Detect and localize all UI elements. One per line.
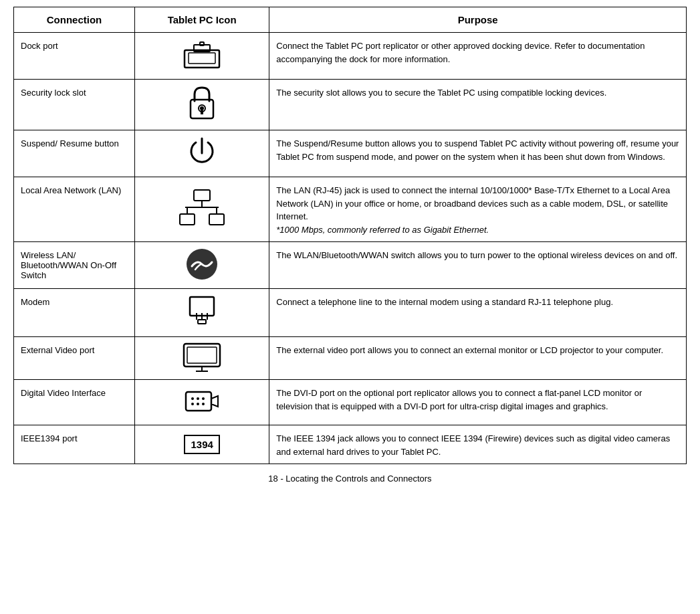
purpose-cell: The security slot allows you to secure t… xyxy=(269,80,687,130)
purpose-cell: The external video port allows you to co… xyxy=(269,337,687,380)
table-row: Security lock slot The security slot all… xyxy=(14,80,687,130)
connection-cell: Security lock slot xyxy=(14,80,135,130)
icon-cell xyxy=(135,80,269,130)
purpose-cell: The IEEE 1394 jack allows you to connect… xyxy=(269,425,687,464)
table-row: Local Area Network (LAN) The LAN (RJ-45)… xyxy=(14,177,687,242)
connection-cell: IEEE1394 port xyxy=(14,425,135,464)
svg-rect-1 xyxy=(189,53,215,64)
svg-point-7 xyxy=(200,106,204,110)
svg-rect-14 xyxy=(209,214,224,225)
svg-rect-23 xyxy=(187,347,217,363)
svg-rect-17 xyxy=(190,297,214,316)
dvi-icon xyxy=(183,385,221,417)
table-row: Digital Video Interface The DVI-D port o… xyxy=(14,380,687,425)
svg-rect-9 xyxy=(194,190,210,201)
table-row: Modem Connect a telephone line to the in… xyxy=(14,289,687,337)
table-row: IEEE1394 port1394The IEEE 1394 jack allo… xyxy=(14,425,687,464)
svg-point-31 xyxy=(197,403,199,405)
table-row: Wireless LAN/ Bluetooth/WWAN On-Off Swit… xyxy=(14,242,687,289)
table-row: Suspend/ Resume button The Suspend/Resum… xyxy=(14,130,687,177)
header-icon: Tablet PC Icon xyxy=(135,7,269,33)
svg-rect-6 xyxy=(201,110,203,114)
purpose-cell: The WLAN/Bluetooth/WWAN switch allows yo… xyxy=(269,242,687,289)
icon-cell xyxy=(135,289,269,337)
purpose-cell: The DVI-D port on the optional port repl… xyxy=(269,380,687,425)
svg-rect-3 xyxy=(200,42,204,45)
icon-cell xyxy=(135,380,269,425)
purpose-cell: Connect the Tablet PC port replicator or… xyxy=(269,33,687,80)
icon-cell xyxy=(135,242,269,289)
dock-icon xyxy=(182,38,222,72)
connection-cell: External Video port xyxy=(14,337,135,380)
lock-icon xyxy=(187,85,217,122)
svg-point-29 xyxy=(202,397,205,400)
svg-point-32 xyxy=(202,403,205,405)
video-port-icon xyxy=(183,342,221,372)
purpose-text: The LAN (RJ-45) jack is used to connect … xyxy=(276,185,670,221)
table-row: Dock port Connect the Tablet PC port rep… xyxy=(14,33,687,80)
svg-point-28 xyxy=(197,397,199,400)
icon-cell xyxy=(135,337,269,380)
connection-cell: Wireless LAN/ Bluetooth/WWAN On-Off Swit… xyxy=(14,242,135,289)
main-table: Connection Tablet PC Icon Purpose Dock p… xyxy=(13,7,687,464)
modem-icon xyxy=(185,294,219,329)
connection-cell: Suspend/ Resume button xyxy=(14,130,135,177)
connection-cell: Dock port xyxy=(14,33,135,80)
connection-cell: Digital Video Interface xyxy=(14,380,135,425)
table-row: External Video port The external video p… xyxy=(14,337,687,380)
lan-icon xyxy=(179,189,225,229)
svg-point-27 xyxy=(191,397,194,400)
purpose-cell: Connect a telephone line to the internal… xyxy=(269,289,687,337)
header-purpose: Purpose xyxy=(269,7,687,33)
ieee-icon: 1394 xyxy=(184,435,219,454)
svg-rect-12 xyxy=(180,214,195,225)
header-connection: Connection xyxy=(14,7,135,33)
purpose-cell: The Suspend/Resume button allows you to … xyxy=(269,130,687,177)
connection-cell: Local Area Network (LAN) xyxy=(14,177,135,242)
purpose-cell: The LAN (RJ-45) jack is used to connect … xyxy=(269,177,687,242)
purpose-italic-text: *1000 Mbps, commonly referred to as Giga… xyxy=(276,225,489,235)
power-icon xyxy=(185,136,219,169)
svg-rect-26 xyxy=(186,392,211,411)
icon-cell xyxy=(135,177,269,242)
footer-text: 18 - Locating the Controls and Connector… xyxy=(268,474,431,484)
icon-cell: 1394 xyxy=(135,425,269,464)
icon-cell xyxy=(135,130,269,177)
wireless-icon xyxy=(185,247,219,281)
connection-cell: Modem xyxy=(14,289,135,337)
svg-point-30 xyxy=(191,403,194,405)
icon-cell xyxy=(135,33,269,80)
svg-rect-21 xyxy=(198,320,206,324)
